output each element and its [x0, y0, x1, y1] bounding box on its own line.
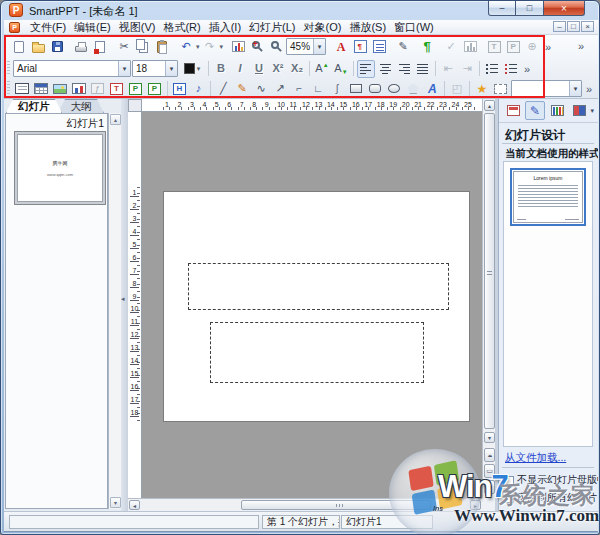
slide-1-thumbnail[interactable]: 腾牛网 www.qqtn.com: [14, 131, 106, 205]
align-center-button[interactable]: [376, 60, 394, 78]
font-name-combobox[interactable]: Arial▾: [13, 60, 131, 77]
gallery-button[interactable]: ★: [473, 80, 491, 98]
redo-button[interactable]: ↷: [201, 38, 219, 56]
menu-item-8[interactable]: 播放(S): [345, 20, 390, 35]
slide-workspace[interactable]: [142, 112, 482, 498]
vertical-scroll-thumb[interactable]: [484, 113, 495, 429]
menu-item-6[interactable]: 幻灯片(L): [245, 20, 299, 35]
font-color-button[interactable]: ▾: [179, 60, 205, 78]
maximize-button[interactable]: □: [516, 1, 543, 16]
superscript-button[interactable]: X²: [269, 60, 287, 78]
menu-item-5[interactable]: 插入(I): [205, 20, 245, 35]
draw-rectangle-button[interactable]: [347, 80, 365, 98]
paste-button[interactable]: [153, 38, 171, 56]
slide-navigator-button[interactable]: ▭: [484, 464, 495, 478]
title-bar[interactable]: P SmartPPT - [未命名 1] – □ ×: [1, 1, 599, 20]
undo-options-button[interactable]: ▾: [196, 38, 200, 56]
tab-slides[interactable]: 幻灯片: [6, 99, 62, 113]
subscript-button[interactable]: X₂: [288, 60, 306, 78]
format-overflow-button[interactable]: »: [521, 63, 533, 75]
toolbar-grip[interactable]: [7, 81, 10, 96]
object-name-combobox[interactable]: ▾: [511, 80, 582, 97]
insert-text-box-button[interactable]: [13, 80, 31, 98]
custom-animation-button[interactable]: [569, 101, 589, 120]
text-placeholder[interactable]: [210, 322, 424, 383]
draw-shape-button[interactable]: [404, 80, 422, 98]
grow-font-button[interactable]: A: [313, 60, 331, 78]
font-size-dropdown-button[interactable]: ▾: [165, 61, 177, 76]
decrease-indent-button[interactable]: ⇤: [439, 60, 457, 78]
previous-slide-button[interactable]: ▴▴: [484, 448, 495, 462]
document-icon[interactable]: P: [9, 22, 20, 33]
align-right-button[interactable]: [395, 60, 413, 78]
placeholders-button[interactable]: P: [504, 38, 522, 56]
master-pages-button[interactable]: [503, 101, 523, 120]
zoom-in-button[interactable]: [248, 38, 266, 56]
formatting-marks-button[interactable]: ¶: [418, 38, 436, 56]
minimize-button[interactable]: –: [488, 1, 516, 16]
zoom-level-dropdown-button[interactable]: ▾: [313, 39, 325, 54]
slide-design-button[interactable]: ✎: [525, 101, 545, 120]
menu-item-4[interactable]: 格式(R): [159, 20, 204, 35]
mdi-minimize-button[interactable]: –: [553, 21, 566, 32]
insert-image-button[interactable]: [51, 80, 69, 98]
crop-button[interactable]: ◰: [448, 80, 466, 98]
align-justify-button[interactable]: [414, 60, 432, 78]
spellcheck-button[interactable]: ✓: [442, 38, 460, 56]
slides-scroll-down-button[interactable]: ▾: [110, 497, 121, 508]
draw-rounded-rectangle-button[interactable]: [366, 80, 384, 98]
insert-header-footer-button[interactable]: H: [170, 80, 188, 98]
select-text-frame-button[interactable]: [492, 80, 510, 98]
insert-title-placeholder-button[interactable]: T: [108, 80, 126, 98]
draw-connector-curve-button[interactable]: ʃ: [328, 80, 346, 98]
task-pane-menu-button[interactable]: ▾: [590, 107, 594, 115]
draw-ellipse-button[interactable]: [385, 80, 403, 98]
slides-panel-scrollbar[interactable]: ▴ ▾: [108, 113, 121, 509]
horizontal-scroll-thumb[interactable]: [241, 500, 431, 510]
align-left-button[interactable]: [357, 60, 375, 78]
paragraph-dialog-button[interactable]: [351, 38, 369, 56]
mdi-restore-button[interactable]: □: [567, 21, 580, 32]
fontwork-button[interactable]: A: [423, 80, 441, 98]
slides-scroll-up-button[interactable]: ▴: [110, 114, 121, 125]
menu-item-7[interactable]: 对象(O): [300, 20, 346, 35]
draw-freeform-button[interactable]: ✎: [233, 80, 251, 98]
print-button[interactable]: [72, 38, 90, 56]
character-dialog-button[interactable]: A: [332, 38, 350, 56]
bold-button[interactable]: B: [212, 60, 230, 78]
bullet-list-button[interactable]: [483, 60, 501, 78]
draw-connector-elbow-button[interactable]: ∟: [309, 80, 327, 98]
save-button[interactable]: [48, 38, 66, 56]
insert-content-placeholder-button[interactable]: P: [146, 80, 164, 98]
scroll-down-button[interactable]: ▾: [484, 432, 495, 443]
objects-overflow-button[interactable]: »: [583, 83, 595, 95]
draw-connector-button[interactable]: ⌐: [290, 80, 308, 98]
insert-table-button[interactable]: [32, 80, 50, 98]
insert-media-button[interactable]: ♪: [189, 80, 207, 98]
load-from-file-link[interactable]: 从文件加载...: [505, 451, 566, 465]
redo-options-button[interactable]: ▾: [220, 38, 224, 56]
zoom-level-combobox[interactable]: 45%▾: [286, 38, 326, 55]
underline-button[interactable]: U: [250, 60, 268, 78]
outline-list-button[interactable]: [370, 38, 388, 56]
scroll-right-button[interactable]: ▸: [470, 500, 481, 510]
left-panel-splitter[interactable]: ◂: [121, 99, 128, 511]
undo-button[interactable]: ↶: [177, 38, 195, 56]
title-placeholder[interactable]: [188, 263, 449, 310]
cut-button[interactable]: ✂: [115, 38, 133, 56]
tab-outline[interactable]: 大纲: [58, 99, 104, 113]
menu-item-3[interactable]: 视图(V): [115, 20, 160, 35]
new-document-button[interactable]: [10, 38, 28, 56]
italic-button[interactable]: I: [231, 60, 249, 78]
insert-chart-button[interactable]: [229, 38, 247, 56]
web-preview-button[interactable]: ⊕: [523, 38, 541, 56]
statistics-button[interactable]: [461, 38, 479, 56]
hide-master-elements-checkbox[interactable]: [505, 476, 514, 485]
draw-arrow-button[interactable]: ↗: [271, 80, 289, 98]
scroll-up-button[interactable]: ▴: [484, 100, 495, 111]
font-size-combobox[interactable]: 18▾: [132, 60, 178, 77]
vertical-scrollbar[interactable]: ▴ ▾ ▴▴ ▭ ▾▾: [482, 99, 495, 498]
object-name-dropdown-button[interactable]: ▾: [569, 81, 581, 96]
export-pdf-button[interactable]: [91, 38, 109, 56]
insert-text-placeholder-button[interactable]: P: [127, 80, 145, 98]
